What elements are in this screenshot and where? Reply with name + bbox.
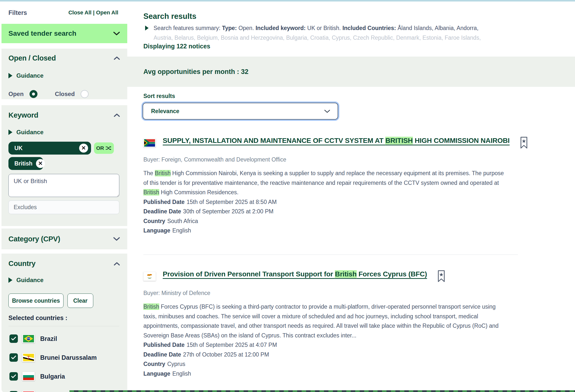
notice-count: 122 — [176, 43, 187, 50]
checkbox-checked-icon[interactable] — [9, 391, 18, 392]
tag-label: British — [14, 160, 32, 167]
radio-open[interactable] — [30, 90, 37, 98]
checkbox-checked-icon[interactable] — [9, 353, 18, 362]
result-card: Provision of Driven Personnel Transport … — [143, 268, 560, 378]
text-segment: High Commission Residences. — [159, 189, 239, 196]
result-buyer: Buyer: Ministry of Defence — [143, 290, 560, 296]
country-name: Brazil — [40, 335, 57, 342]
south-africa-flag-icon — [143, 138, 156, 147]
summary-triangle-icon — [145, 26, 149, 31]
open-closed-section: Open / Closed Guidance Open Closed — [1, 49, 127, 99]
country-row[interactable]: Brunei Darussalam — [8, 348, 127, 367]
text-segment: High Commission Nairobi, Kenya is seekin… — [143, 170, 504, 186]
clear-countries-button[interactable]: Clear — [67, 294, 93, 308]
browse-countries-button[interactable]: Browse countries — [8, 294, 64, 308]
tag-label: UK — [14, 145, 23, 152]
text-segment: Provision of Driven Personnel Transport … — [163, 270, 335, 278]
text-segment: Forces Cyprus (BFC) is seeking a third-p… — [143, 303, 499, 339]
result-title-row: Provision of Driven Personnel Transport … — [143, 268, 560, 284]
brunei-flag-icon — [22, 353, 35, 362]
result-meta-language: LanguageEnglish — [143, 226, 560, 235]
divider — [8, 326, 119, 326]
open-closed-header[interactable]: Open / Closed — [8, 49, 127, 62]
text-segment: SUPPLY, INSTALLATION AND MAINTENANCE OF … — [163, 137, 385, 144]
keyword-tags: UK ✕ OR British ✕ — [8, 142, 127, 174]
open-closed-guidance[interactable]: Guidance — [8, 72, 127, 79]
guidance-triangle-icon — [8, 130, 12, 135]
bookmark-icon[interactable] — [520, 136, 528, 151]
keyword-section: Keyword Guidance UK ✕ OR British ✕ — [1, 105, 127, 226]
keyword-guidance[interactable]: Guidance — [8, 129, 127, 136]
text-segment: HIGH COMMISSION NAIROBI — [413, 137, 510, 144]
saved-tender-search-label: Saved tender search — [8, 30, 76, 37]
close-all-open-all-link[interactable]: Close All | Open All — [68, 9, 118, 16]
result-card: SUPPLY, INSTALLATION AND MAINTENANCE OF … — [143, 135, 560, 235]
sort-dropdown[interactable]: Relevance — [143, 103, 338, 120]
result-description: British Forces Cyprus (BFC) is seeking a… — [143, 302, 507, 340]
selected-countries-label: Selected countries : — [8, 314, 127, 322]
results-divider — [143, 255, 518, 255]
keyword-input[interactable]: UK or British — [8, 174, 119, 197]
highlighted-text: British — [155, 170, 171, 176]
country-section: Country Guidance Browse countries Clear … — [1, 254, 127, 392]
saved-tender-search-header[interactable]: Saved tender search — [1, 24, 127, 43]
result-buyer: Buyer: Foreign, Commonwealth and Develop… — [143, 156, 560, 163]
guidance-label: Guidance — [16, 129, 43, 136]
close-icon[interactable]: ✕ — [36, 159, 45, 168]
text-segment: Forces Cyprus (BFC) — [357, 270, 427, 278]
result-title-row: SUPPLY, INSTALLATION AND MAINTENANCE OF … — [143, 135, 560, 151]
sort-results-label: Sort results — [143, 93, 175, 99]
highlighted-text: BRITISH — [385, 137, 413, 144]
category-section[interactable]: Category (CPV) — [1, 229, 127, 249]
search-features-summary[interactable]: Search features summary: Type: Open. Inc… — [143, 25, 553, 32]
country-row[interactable]: Bulgaria — [8, 367, 127, 386]
or-label: OR — [96, 145, 104, 151]
category-title: Category (CPV) — [8, 235, 60, 243]
closed-label: Closed — [55, 91, 75, 98]
guidance-label: Guidance — [16, 277, 43, 284]
result-title-link[interactable]: SUPPLY, INSTALLATION AND MAINTENANCE OF … — [163, 135, 510, 146]
sidebar-header: Filters Close All | Open All — [0, 1, 127, 24]
country-row[interactable]: Brazil — [8, 329, 127, 348]
chevron-up-icon — [114, 56, 120, 60]
country-header[interactable]: Country — [8, 254, 127, 268]
cyprus-flag-icon — [143, 272, 156, 281]
or-toggle-button[interactable]: OR — [94, 142, 114, 154]
chevron-down-icon — [113, 32, 120, 35]
result-meta-country: CountrySouth Africa — [143, 216, 560, 226]
guidance-label: Guidance — [16, 72, 43, 79]
result-meta-deadline-date: Deadline Date27th of October 2025 at 12:… — [143, 350, 560, 359]
country-guidance[interactable]: Guidance — [8, 277, 127, 284]
result-meta-language: LanguageEnglish — [143, 369, 560, 379]
radio-closed[interactable] — [81, 90, 89, 98]
bottom-dashed-bar — [69, 390, 575, 392]
filters-sidebar: Filters Close All | Open All Saved tende… — [0, 1, 127, 392]
result-title-link[interactable]: Provision of Driven Personnel Transport … — [163, 268, 427, 280]
text-segment: The — [143, 170, 155, 176]
checkbox-checked-icon[interactable] — [9, 334, 18, 343]
shuffle-icon — [106, 146, 112, 150]
open-closed-radio-row: Open Closed — [8, 90, 127, 98]
keyword-header[interactable]: Keyword — [8, 105, 127, 119]
keyword-title: Keyword — [8, 105, 38, 119]
close-icon[interactable]: ✕ — [79, 144, 88, 153]
highlighted-text: British — [335, 270, 356, 278]
summary-text: Search features summary: Type: Open. Inc… — [154, 25, 479, 32]
guidance-triangle-icon — [8, 277, 12, 283]
result-description: The British High Commission Nairobi, Ken… — [143, 168, 507, 197]
keyword-tag-british: British ✕ — [8, 157, 43, 170]
selected-countries-list: BrazilBrunei DarussalamBulgariaBurkina F… — [8, 329, 127, 392]
keyword-excludes-input[interactable] — [8, 200, 119, 214]
result-meta-published-date: Published Date15th of September 2025 at … — [143, 340, 560, 350]
guidance-triangle-icon — [8, 73, 12, 78]
displaying-count: Displaying 122 notices — [143, 43, 210, 50]
open-closed-title: Open / Closed — [8, 49, 56, 62]
avg-opportunities-band: Avg opportunities per month : 32 — [127, 57, 575, 87]
burkina-faso-flag-icon — [22, 391, 35, 392]
checkbox-checked-icon[interactable] — [9, 372, 18, 381]
result-meta-published-date: Published Date15th of September 2025 at … — [143, 197, 560, 207]
country-name: Brunei Darussalam — [40, 354, 97, 361]
bulgaria-flag-icon — [22, 372, 35, 381]
search-results-panel: Search results Search features summary: … — [127, 1, 575, 392]
bookmark-icon[interactable] — [437, 270, 445, 284]
